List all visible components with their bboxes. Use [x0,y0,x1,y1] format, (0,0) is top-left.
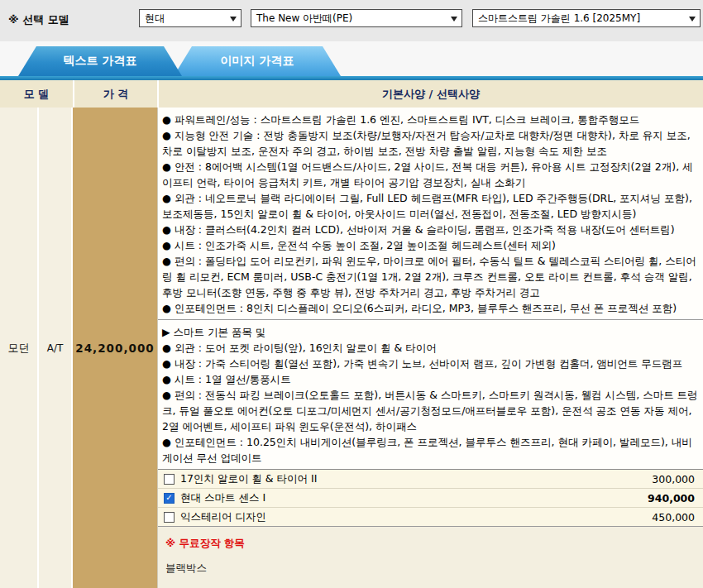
brand-dropdown[interactable]: 현대 [139,9,242,27]
column-header-price: 가 격 [74,80,159,108]
spec-line: ● 시트 : 인조가죽 시트, 운전석 수동 높이 조절, 2열 높이조절 헤드… [162,237,698,253]
price-table: 모 델 가 격 기본사양 / 선택사양 모던 A/T 24,200,000 ● … [0,80,703,588]
chevron-down-icon [689,17,696,22]
chevron-down-icon [230,17,237,22]
option-price: 940,000 [648,492,695,504]
spec-line: ● 편의 : 전동식 파킹 브레이크(오토홀드 포함), 버튼시동 & 스마트키… [162,387,698,434]
brand-dropdown-value: 현대 [145,12,165,24]
spec-line: ● 내장 : 가죽 스티어링 휠(열선 포함), 가죽 변속기 노브, 선바이저… [162,356,698,371]
free-items-section: ※ 무료장작 항목 블랙박스 [158,527,703,588]
table-header-row: 모 델 가 격 기본사양 / 선택사양 [0,80,703,108]
spec-line: ● 파워트레인/성능 : 스마트스트림 가솔린 1.6 엔진, 스마트스트림 I… [162,112,698,127]
model-dropdown[interactable]: The New 아반떼(PE) [251,9,462,27]
option-label: 현대 스마트 센스 I [180,491,648,505]
option-price: 450,000 [652,511,695,523]
model-select-bar: ※ 선택 모델 현대 The New 아반떼(PE) 스마트스트림 가솔린 1.… [0,0,703,41]
tab-text-price-sheet[interactable]: 텍스트 가격표 [18,46,182,76]
spec-line: ● 편의 : 폴딩타입 도어 리모컨키, 파워 윈도우, 마이크로 에어 필터,… [162,253,698,300]
option-row-exterior-design[interactable]: ✓ 익스테리어 디자인 450,000 [158,508,703,527]
spec-line: ● 안전 : 8에어백 시스템(1열 어드밴스드/사이드, 2열 사이드, 전복… [162,159,698,190]
checkbox[interactable]: ✓ [164,474,175,485]
option-list: ✓ 17인치 알로이 휠 & 타이어 II 300,000 ✓ 현대 스마트 센… [158,470,703,527]
spec-line: ● 내장 : 클러스터(4.2인치 컬러 LCD), 선바이저 거울 & 슬라이… [162,222,698,237]
chevron-down-icon [451,17,457,22]
select-model-label: ※ 선택 모델 [8,12,69,27]
option-label: 익스테리어 디자인 [180,510,652,524]
free-items-title: ※ 무료장작 항목 [165,537,695,551]
column-header-specs: 기본사양 / 선택사양 [159,80,703,108]
spec-line: ● 외관 : 도어 포켓 라이팅(앞), 16인치 알로이 휠 & 타이어 [162,340,698,356]
option-label: 17인치 알로이 휠 & 타이어 II [180,472,652,486]
trim-name-cell: 모던 [0,108,39,588]
option-row-17inch-wheel[interactable]: ✓ 17인치 알로이 휠 & 타이어 II 300,000 [158,470,703,489]
trim-dropdown-value: 스마트스트림 가솔린 1.6 [2025MY] [478,12,640,24]
free-item: 블랙박스 [165,562,695,576]
spec-line: ● 지능형 안전 기술 : 전방 충돌방지 보조(차량/보행자/자전거 탑승자/… [162,127,698,159]
spec-line: ● 인포테인먼트 : 8인치 디스플레이 오디오(6스피커, 라디오, MP3,… [162,300,698,316]
option-price: 300,000 [652,473,695,485]
tab-image-price-sheet[interactable]: 이미지 가격표 [174,46,341,76]
spec-cell: ● 파워트레인/성능 : 스마트스트림 가솔린 1.6 엔진, 스마트스트림 I… [157,108,703,588]
base-spec-block: ● 파워트레인/성능 : 스마트스트림 가솔린 1.6 엔진, 스마트스트림 I… [158,108,703,320]
checkbox[interactable]: ✓ [164,512,175,523]
transmission-cell: A/T [39,108,73,588]
package-spec-block: ▶ 스마트 기본 품목 및 ● 외관 : 도어 포켓 라이팅(앞), 16인치 … [158,320,703,470]
spec-line: ● 인포테인먼트 : 10.25인치 내비게이션(블루링크, 폰 프로젝션, 블… [162,434,698,466]
table-row: 모던 A/T 24,200,000 ● 파워트레인/성능 : 스마트스트림 가솔… [0,108,703,588]
spec-line: ▶ 스마트 기본 품목 및 [162,324,698,340]
trim-dropdown[interactable]: 스마트스트림 가솔린 1.6 [2025MY] [472,9,701,27]
tab-strip: 텍스트 가격표 이미지 가격표 [0,41,703,76]
column-header-model: 모 델 [0,80,74,108]
spec-line: ● 시트 : 1열 열선/통풍시트 [162,371,698,387]
price-cell: 24,200,000 [73,108,157,588]
model-dropdown-value: The New 아반떼(PE) [256,12,352,24]
checkbox[interactable]: ✓ [164,493,175,504]
spec-line: ● 외관 : 네오트로닉 블랙 라디에이터 그릴, Full LED 헤드램프(… [162,190,698,222]
option-row-smart-sense[interactable]: ✓ 현대 스마트 센스 I 940,000 [158,489,703,508]
check-icon: ✓ [165,494,172,502]
